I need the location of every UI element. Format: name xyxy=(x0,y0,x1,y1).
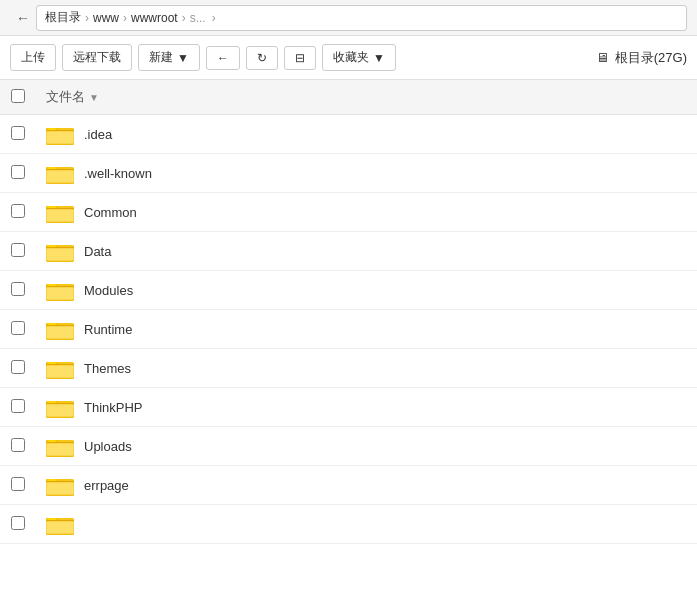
row-name-cell: errpage xyxy=(36,466,697,505)
bookmark-button[interactable]: 收藏夹 ▼ xyxy=(322,44,396,71)
folder-icon xyxy=(46,123,74,145)
file-name-label[interactable]: ThinkPHP xyxy=(84,400,143,415)
file-name-label[interactable]: Common xyxy=(84,205,137,220)
table-row: Uploads xyxy=(0,427,697,466)
bookmark-dropdown-icon: ▼ xyxy=(373,51,385,65)
row-checkbox[interactable] xyxy=(11,204,25,218)
file-name-label[interactable]: Data xyxy=(84,244,111,259)
table-row: Data xyxy=(0,232,697,271)
row-checkbox[interactable] xyxy=(11,282,25,296)
row-name-cell: Runtime xyxy=(36,310,697,349)
new-label: 新建 xyxy=(149,49,173,66)
row-checkbox[interactable] xyxy=(11,321,25,335)
root-info-label: 根目录(27G) xyxy=(615,49,687,67)
breadcrumb-root[interactable]: 根目录 xyxy=(45,9,81,26)
header-name-label: 文件名 xyxy=(46,88,85,106)
header-name-col: 文件名 ▼ xyxy=(36,80,697,115)
row-check-cell xyxy=(0,505,36,544)
svg-rect-28 xyxy=(46,287,74,300)
remote-download-button[interactable]: 远程下载 xyxy=(62,44,132,71)
row-name-cell: ThinkPHP xyxy=(36,388,697,427)
table-row xyxy=(0,505,697,544)
row-checkbox[interactable] xyxy=(11,399,25,413)
header-checkbox-col xyxy=(0,80,36,115)
breadcrumb-expand-icon: › xyxy=(212,11,216,25)
table-row: Common xyxy=(0,193,697,232)
row-check-cell xyxy=(0,349,36,388)
row-name-cell xyxy=(36,505,697,544)
row-name-cell: .idea xyxy=(36,115,697,154)
row-check-cell xyxy=(0,154,36,193)
table-row: Modules xyxy=(0,271,697,310)
file-name-label[interactable]: Modules xyxy=(84,283,133,298)
file-name-label[interactable]: Uploads xyxy=(84,439,132,454)
file-list-table: 文件名 ▼ .idea xyxy=(0,80,697,544)
row-name-cell: Data xyxy=(36,232,697,271)
svg-rect-22 xyxy=(46,248,74,261)
view-toggle-button[interactable]: ⊟ xyxy=(284,46,316,70)
row-name-cell: Themes xyxy=(36,349,697,388)
folder-icon xyxy=(46,474,74,496)
row-check-cell xyxy=(0,388,36,427)
folder-icon xyxy=(46,396,74,418)
table-row: Runtime xyxy=(0,310,697,349)
back-button[interactable]: ← xyxy=(206,46,240,70)
row-check-cell xyxy=(0,466,36,505)
table-row: .idea xyxy=(0,115,697,154)
svg-rect-34 xyxy=(46,326,74,339)
file-name-label[interactable]: .well-known xyxy=(84,166,152,181)
table-row: Themes xyxy=(0,349,697,388)
row-check-cell xyxy=(0,271,36,310)
svg-rect-52 xyxy=(46,443,74,456)
row-checkbox[interactable] xyxy=(11,165,25,179)
row-check-cell xyxy=(0,193,36,232)
row-checkbox[interactable] xyxy=(11,438,25,452)
breadcrumb-sep-3: › xyxy=(182,11,186,25)
file-name-label[interactable]: errpage xyxy=(84,478,129,493)
folder-icon xyxy=(46,435,74,457)
row-check-cell xyxy=(0,232,36,271)
svg-rect-40 xyxy=(46,365,74,378)
svg-rect-10 xyxy=(46,170,74,183)
folder-icon xyxy=(46,318,74,340)
folder-icon xyxy=(46,162,74,184)
refresh-button[interactable]: ↻ xyxy=(246,46,278,70)
folder-icon xyxy=(46,357,74,379)
breadcrumb-sep-1: › xyxy=(85,11,89,25)
row-checkbox[interactable] xyxy=(11,360,25,374)
svg-rect-58 xyxy=(46,482,74,495)
row-check-cell xyxy=(0,427,36,466)
row-checkbox[interactable] xyxy=(11,243,25,257)
breadcrumb-current: s... xyxy=(190,11,206,25)
breadcrumb-bar: ← 根目录 › www › wwwroot › s... › xyxy=(0,0,697,36)
breadcrumb-path: 根目录 › www › wwwroot › s... › xyxy=(36,5,687,31)
breadcrumb-back-button[interactable]: ← xyxy=(10,8,36,28)
file-name-label[interactable]: .idea xyxy=(84,127,112,142)
breadcrumb-sep-2: › xyxy=(123,11,127,25)
breadcrumb-www[interactable]: www xyxy=(93,11,119,25)
folder-icon xyxy=(46,240,74,262)
new-button[interactable]: 新建 ▼ xyxy=(138,44,200,71)
sort-icon: ▼ xyxy=(89,92,99,103)
row-checkbox[interactable] xyxy=(11,477,25,491)
bookmark-label: 收藏夹 xyxy=(333,49,369,66)
file-name-label[interactable]: Runtime xyxy=(84,322,132,337)
row-name-cell: .well-known xyxy=(36,154,697,193)
select-all-checkbox[interactable] xyxy=(11,89,25,103)
row-check-cell xyxy=(0,115,36,154)
table-row: .well-known xyxy=(0,154,697,193)
file-name-label[interactable]: Themes xyxy=(84,361,131,376)
row-name-cell: Modules xyxy=(36,271,697,310)
svg-rect-16 xyxy=(46,209,74,222)
row-checkbox[interactable] xyxy=(11,516,25,530)
folder-icon xyxy=(46,513,74,535)
row-checkbox[interactable] xyxy=(11,126,25,140)
table-header-row: 文件名 ▼ xyxy=(0,80,697,115)
row-name-cell: Common xyxy=(36,193,697,232)
upload-button[interactable]: 上传 xyxy=(10,44,56,71)
breadcrumb-wwwroot[interactable]: wwwroot xyxy=(131,11,178,25)
new-dropdown-icon: ▼ xyxy=(177,51,189,65)
folder-icon xyxy=(46,279,74,301)
file-list-body: .idea .well-known xyxy=(0,115,697,544)
table-row: errpage xyxy=(0,466,697,505)
